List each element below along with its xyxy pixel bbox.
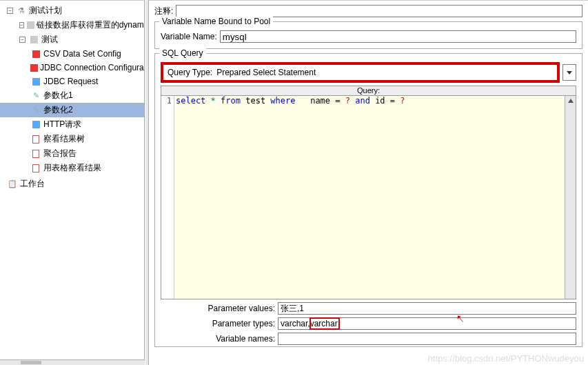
tree-item-test[interactable]: − 测试 [0, 32, 144, 47]
tree-workbench[interactable]: 📋 工作台 [0, 177, 144, 191]
tree-item-db-link[interactable]: − 链接数据库获得重置的dynamic [0, 18, 144, 32]
query-type-dropdown[interactable] [562, 64, 576, 81]
query-header: Query: [161, 86, 576, 96]
comment-label: 注释: [154, 6, 173, 17]
variable-pool-fieldset: Variable Name Bound to Pool Variable Nam… [154, 21, 582, 49]
tree-label: 聚合报告 [43, 148, 77, 159]
scroll-up-icon [568, 99, 574, 103]
tree-item-param1[interactable]: ✎ 参数化1 [0, 88, 144, 103]
sampler-icon [30, 76, 41, 87]
tree-root-test-plan[interactable]: − ⚗ 测试计划 [0, 3, 144, 18]
sampler-icon [30, 119, 41, 130]
param-values-label: Parameter values: [161, 304, 278, 313]
variable-name-label: Variable Name: [161, 32, 217, 41]
tree-item-table-results[interactable]: 用表格察看结果 [0, 161, 144, 175]
listener-icon [30, 148, 41, 159]
tree-label: 察看结果树 [43, 133, 85, 145]
tree-item-results-tree[interactable]: 察看结果树 [0, 132, 144, 146]
tree-label: 参数化1 [43, 90, 73, 101]
sql-query-fieldset: SQL Query Query Type: Prepared Select St… [154, 53, 582, 347]
query-type-highlight: Query Type: Prepared Select Statement [161, 62, 560, 83]
tree-label: JDBC Request [43, 77, 98, 86]
tree-label: 测试计划 [29, 5, 62, 17]
code-area[interactable]: select * from test where name = ? and id… [174, 96, 565, 299]
sql-query-title: SQL Query [159, 48, 206, 58]
variable-names-label: Variable names: [161, 334, 278, 344]
param-types-input[interactable] [278, 317, 576, 330]
thread-icon [27, 20, 34, 31]
variable-pool-title: Variable Name Bound to Pool [159, 17, 273, 26]
param-values-input[interactable] [278, 302, 576, 315]
collapse-icon[interactable]: − [19, 37, 26, 43]
bottom-scrollbar[interactable] [0, 359, 145, 365]
query-type-label: Query Type: [168, 68, 212, 77]
config-icon [30, 62, 38, 73]
pre-icon: ✎ [30, 105, 41, 116]
tree-label: JDBC Connection Configurati [40, 63, 145, 72]
collapse-icon[interactable]: − [7, 8, 13, 14]
thread-icon [28, 34, 39, 46]
flask-icon: ⚗ [16, 6, 27, 17]
tree-label: HTTP请求 [43, 119, 81, 130]
tree-label: 工作台 [20, 178, 45, 190]
right-panel: 注释: Variable Name Bound to Pool Variable… [149, 0, 588, 365]
param-types-label: Parameter types: [161, 319, 278, 328]
tree-item-http[interactable]: HTTP请求 [0, 117, 144, 132]
tree-item-aggregate[interactable]: 聚合报告 [0, 146, 144, 161]
tree-label: CSV Data Set Config [43, 49, 121, 59]
config-icon [30, 48, 41, 59]
tree-label: 测试 [41, 34, 58, 46]
listener-icon [30, 134, 41, 145]
tree-label: 链接数据库获得重置的dynamic [37, 19, 145, 31]
tree-item-param2[interactable]: ✎ 参数化2 [0, 103, 144, 117]
tree-label: 参数化2 [43, 104, 73, 116]
query-type-value: Prepared Select Statement [215, 68, 553, 77]
collapse-icon[interactable]: − [19, 22, 24, 28]
tree-item-jdbc-request[interactable]: JDBC Request [0, 75, 144, 88]
gutter: 1 [161, 96, 174, 299]
variable-name-input[interactable] [220, 30, 576, 43]
tree-panel[interactable]: − ⚗ 测试计划 − 链接数据库获得重置的dynamic − 测试 CSV Da… [0, 0, 145, 365]
query-editor[interactable]: Query: 1 select * from test where name =… [161, 86, 576, 299]
tree-label: 用表格察看结果 [43, 162, 101, 174]
listener-icon [30, 163, 41, 174]
vertical-scrollbar[interactable] [565, 96, 576, 299]
pre-icon: ✎ [30, 90, 41, 101]
comment-input[interactable] [176, 5, 582, 17]
tree-item-jdbc-config[interactable]: JDBC Connection Configurati [0, 61, 144, 75]
chevron-down-icon [567, 71, 572, 75]
tree-item-csv[interactable]: CSV Data Set Config [0, 47, 144, 61]
workbench-icon: 📋 [7, 179, 18, 190]
variable-names-input[interactable] [278, 333, 576, 345]
